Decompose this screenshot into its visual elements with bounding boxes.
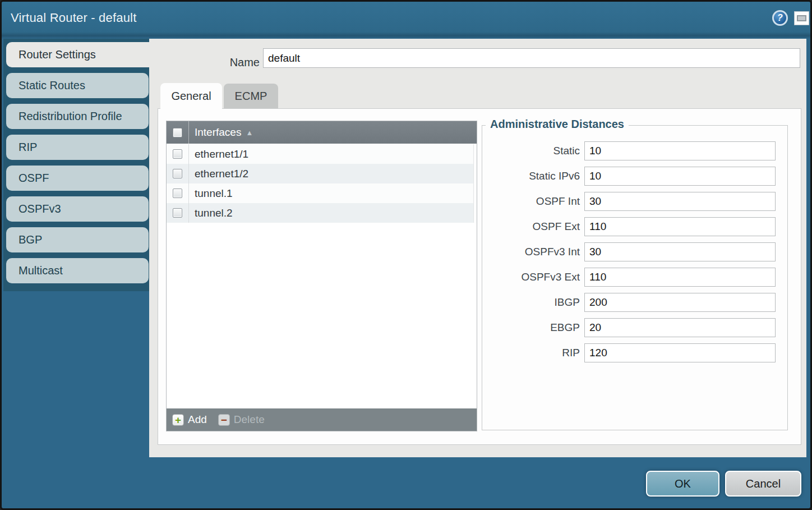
popout-window-icon[interactable] — [794, 11, 809, 25]
field-row-ebgp: EBGP — [482, 318, 787, 337]
interface-name: tunnel.2 — [189, 207, 233, 219]
rip-label: RIP — [482, 343, 584, 362]
name-input[interactable] — [263, 48, 800, 68]
sidebar-item-static-routes[interactable]: Static Routes — [6, 73, 149, 98]
virtual-router-dialog: Virtual Router - default ? Router Settin… — [0, 0, 812, 510]
field-row-ospfv3-ext: OSPFv3 Ext — [482, 268, 787, 287]
field-row-rip: RIP — [482, 343, 787, 362]
ospf-int-label: OSPF Int — [482, 192, 584, 211]
ebgp-label: EBGP — [482, 318, 584, 337]
sidebar-item-ospf[interactable]: OSPF — [6, 166, 149, 191]
dialog-title: Virtual Router - default — [11, 11, 137, 25]
ok-button[interactable]: OK — [646, 471, 719, 497]
ospfv3-int-label: OSPFv3 Int — [482, 242, 584, 261]
ospfv3-ext-label: OSPFv3 Ext — [482, 268, 584, 287]
row-checkbox[interactable] — [173, 189, 182, 198]
sidebar-item-multicast[interactable]: Multicast — [6, 258, 149, 283]
sort-ascending-icon: ▲ — [246, 129, 253, 136]
field-row-static: Static — [482, 141, 787, 160]
static-label: Static — [482, 141, 584, 160]
interfaces-table-body: ethernet1/1 ethernet1/2 tunnel.1 tunnel.… — [167, 144, 477, 408]
sidebar-item-redistribution-profile[interactable]: Redistribution Profile — [6, 104, 149, 129]
table-row-tunnel-1[interactable]: tunnel.1 — [167, 183, 477, 203]
help-icon[interactable]: ? — [772, 10, 788, 26]
add-button-label: Add — [188, 413, 207, 426]
popout-window-glyph — [797, 15, 806, 21]
row-checkbox[interactable] — [173, 149, 182, 159]
table-scrollbar[interactable] — [473, 144, 477, 223]
admin-distances-fields: Static Static IPv6 OSPF Int OSPF Ext — [482, 126, 787, 362]
interface-name: tunnel.1 — [189, 187, 233, 200]
interfaces-table-toolbar: + Add − Delete — [167, 408, 477, 431]
ospf-ext-input[interactable] — [584, 217, 776, 236]
tab-general[interactable]: General — [160, 83, 222, 109]
dialog-titlebar: Virtual Router - default ? — [2, 2, 810, 39]
interface-name: ethernet1/1 — [189, 148, 248, 160]
static-ipv6-label: Static IPv6 — [482, 167, 584, 186]
field-row-ospf-ext: OSPF Ext — [482, 217, 787, 236]
table-row-tunnel-2[interactable]: tunnel.2 — [167, 203, 477, 223]
sidebar-item-rip[interactable]: RIP — [6, 135, 149, 160]
plus-icon: + — [172, 414, 184, 426]
table-row-ethernet1-1[interactable]: ethernet1/1 — [167, 144, 477, 164]
cancel-button[interactable]: Cancel — [725, 471, 801, 497]
field-row-static-ipv6: Static IPv6 — [482, 167, 787, 186]
ibgp-input[interactable] — [584, 293, 776, 312]
admin-distances-fieldset: Administrative Distances Static Static I… — [482, 125, 788, 430]
ebgp-input[interactable] — [584, 318, 776, 337]
interfaces-table-header: Interfaces ▲ — [167, 121, 477, 144]
interfaces-column-header[interactable]: Interfaces ▲ — [189, 126, 253, 139]
admin-distances-title: Administrative Distances — [486, 118, 629, 131]
general-tab-panel: Interfaces ▲ ethernet1/1 ethernet1/2 — [158, 108, 801, 445]
delete-button-label: Delete — [234, 413, 265, 426]
main-panel: Name General ECMP Interfaces ▲ ethernet1… — [149, 39, 806, 457]
rip-input[interactable] — [584, 343, 776, 362]
field-row-ospf-int: OSPF Int — [482, 192, 787, 211]
interfaces-column-label: Interfaces — [195, 126, 241, 139]
field-row-ibgp: IBGP — [482, 293, 787, 312]
minus-icon: − — [218, 414, 230, 426]
static-input[interactable] — [584, 141, 776, 160]
interfaces-table: Interfaces ▲ ethernet1/1 ethernet1/2 — [166, 121, 477, 431]
ospfv3-ext-input[interactable] — [584, 268, 776, 287]
tab-ecmp[interactable]: ECMP — [224, 84, 278, 108]
interface-name: ethernet1/2 — [189, 168, 248, 180]
sidebar: Router Settings Static Routes Redistribu… — [3, 39, 149, 291]
ospfv3-int-input[interactable] — [584, 242, 776, 261]
ospf-ext-label: OSPF Ext — [482, 217, 584, 236]
row-checkbox[interactable] — [173, 169, 182, 178]
delete-button[interactable]: − Delete — [218, 413, 265, 426]
sidebar-item-bgp[interactable]: BGP — [6, 227, 149, 252]
sidebar-item-router-settings[interactable]: Router Settings — [6, 42, 158, 67]
name-label: Name — [149, 53, 260, 72]
select-all-checkbox[interactable] — [173, 128, 182, 137]
field-row-ospfv3-int: OSPFv3 Int — [482, 242, 787, 261]
static-ipv6-input[interactable] — [584, 167, 776, 186]
ospf-int-input[interactable] — [584, 192, 776, 211]
sidebar-item-ospfv3[interactable]: OSPFv3 — [6, 196, 149, 222]
add-button[interactable]: + Add — [172, 413, 207, 426]
ibgp-label: IBGP — [482, 293, 584, 312]
table-row-ethernet1-2[interactable]: ethernet1/2 — [167, 164, 477, 183]
row-checkbox[interactable] — [173, 208, 182, 218]
